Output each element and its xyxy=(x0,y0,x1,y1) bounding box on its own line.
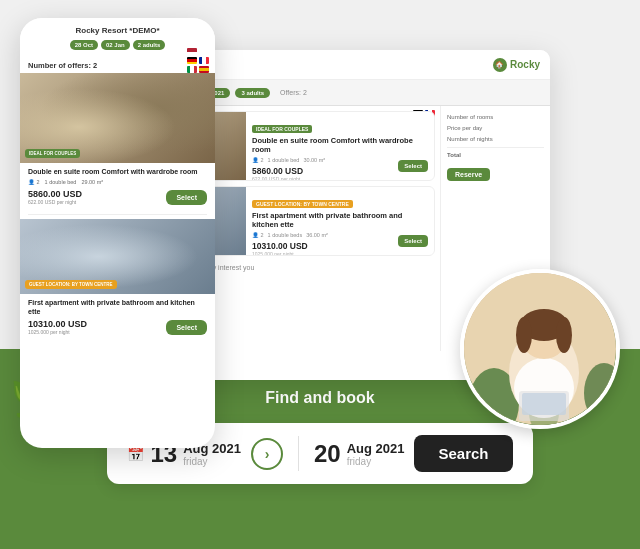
desktop-room1-name: Double en suite room Comfort with wardro… xyxy=(252,136,428,154)
flag-fr xyxy=(199,57,209,64)
phone-room1-guests: 👤 2 xyxy=(28,179,40,185)
phone-room2-price-sub: 1025.000 per night xyxy=(28,329,87,335)
phone-offers-label: Number of offers: 2 xyxy=(20,58,215,73)
booking-from-day: friday xyxy=(183,456,241,467)
phone-room2-image: GUEST LOCATION: BY TOWN CENTRE xyxy=(20,219,215,294)
booking-title: Find and book xyxy=(265,389,374,407)
phone-room1-price-sub: 622.00 USD per night xyxy=(28,199,82,205)
booking-arrow-icon: › xyxy=(251,438,283,470)
booking-to-month-year: Aug 2021 xyxy=(347,441,405,456)
desktop-search-bar: Sun, 10 Jan 2021 3 adults Offers: 2 xyxy=(160,80,550,106)
desktop-reserve-button[interactable]: Reserve xyxy=(447,168,490,181)
desktop-logo-text: Rocky xyxy=(510,59,540,70)
desktop-topbar: 🏠 Rocky xyxy=(160,50,550,80)
desktop-room2-select[interactable]: Select xyxy=(398,235,428,247)
svg-point-9 xyxy=(556,317,572,353)
desktop-logo-icon: 🏠 xyxy=(493,58,507,72)
flag-us xyxy=(187,48,197,55)
phone-room2-name: First apartment with private bathroom an… xyxy=(28,299,207,316)
flag-it xyxy=(187,66,197,73)
phone-room1-meta: 👤 2 1 double bed 29.00 m² xyxy=(28,179,207,185)
phone-header: Rocky Resort *DEMO* 28 Oct 02 Jan 2 adul… xyxy=(20,18,215,58)
booking-divider xyxy=(298,436,299,471)
flag-de xyxy=(187,57,197,64)
booking-date-to-num[interactable]: 20 xyxy=(314,442,341,466)
phone-room2-info: First apartment with private bathroom an… xyxy=(20,294,215,340)
svg-rect-11 xyxy=(522,393,566,415)
desktop-logo: 🏠 Rocky xyxy=(493,58,540,72)
desktop-room2-badge: GUEST LOCATION: BY TOWN CENTRE xyxy=(252,200,353,208)
desktop-room2-size: 36.00 m² xyxy=(306,232,328,238)
sidebar-row-rooms: Number of rooms xyxy=(447,114,544,120)
desktop-room1-select[interactable]: Select xyxy=(398,160,428,172)
phone-mockup: Rocky Resort *DEMO* 28 Oct 02 Jan 2 adul… xyxy=(20,18,215,448)
phone-room1-image: IDEAL FOR COUPLES xyxy=(20,73,215,163)
phone-room1-name: Double en suite room Comfort with wardro… xyxy=(28,168,207,176)
phone-pill-2[interactable]: 02 Jan xyxy=(101,40,130,50)
phone-room2-select[interactable]: Select xyxy=(166,320,207,335)
desktop-room1-badge: IDEAL FOR COUPLES xyxy=(252,125,312,133)
sidebar-row-price: Price per day xyxy=(447,125,544,131)
desktop-room2-guests: 👤 2 xyxy=(252,232,264,238)
phone-room1-info: Double en suite room Comfort with wardro… xyxy=(20,163,215,210)
desktop-offers-header: Offers: 2 xyxy=(280,89,307,96)
desktop-room1-guests: 👤 2 xyxy=(252,157,264,163)
svg-point-8 xyxy=(516,317,532,353)
phone-room1-badge: IDEAL FOR COUPLES xyxy=(25,149,80,158)
phone-room1-select[interactable]: Select xyxy=(166,190,207,205)
phone-room2-badge: GUEST LOCATION: BY TOWN CENTRE xyxy=(25,280,117,289)
sidebar-row-total: Total xyxy=(447,152,544,158)
desktop-room2-beds: 1 double beds xyxy=(268,232,303,238)
phone-room1-price: 5860.00 USD xyxy=(28,189,82,199)
phone-divider xyxy=(28,214,207,215)
desktop-room1-price-sub: 622.00 USD per night xyxy=(252,176,428,181)
booking-date-to-group: 20 Aug 2021 friday xyxy=(314,441,405,467)
phone-search-bar: 28 Oct 02 Jan 2 adults xyxy=(28,40,207,50)
sidebar-row-nights: Number of nights xyxy=(447,136,544,142)
phone-room2-price: 10310.00 USD xyxy=(28,319,87,329)
flag-es xyxy=(199,66,209,73)
booking-date-to-text: Aug 2021 friday xyxy=(347,441,405,467)
desktop-pill-guests[interactable]: 3 adults xyxy=(235,88,270,98)
phone-room1-size: 29.00 m² xyxy=(81,179,103,185)
desktop-room2-price-sub: 1025.000 per night xyxy=(252,251,428,256)
search-button[interactable]: Search xyxy=(414,435,512,472)
phone-pill-3[interactable]: 2 adults xyxy=(133,40,166,50)
desktop-room1-size: 30.00 m² xyxy=(303,157,325,163)
phone-room1-bed: 1 double bed xyxy=(45,179,77,185)
booking-to-day: friday xyxy=(347,456,405,467)
phone-pill-1[interactable]: 28 Oct xyxy=(70,40,98,50)
phone-title: Rocky Resort *DEMO* xyxy=(28,26,207,35)
person-photo xyxy=(460,269,620,429)
desktop-room1-bed: 1 double bed xyxy=(268,157,300,163)
desktop-room2-name: First apartment with private bathroom an… xyxy=(252,211,428,229)
